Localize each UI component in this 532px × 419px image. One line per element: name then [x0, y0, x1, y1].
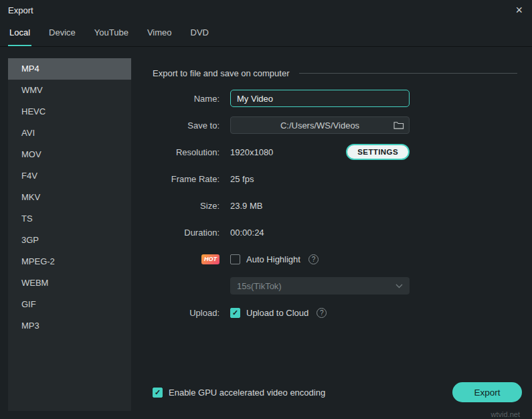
size-value: 23.9 MB	[230, 201, 262, 211]
format-sidebar: MP4 WMV HEVC AVI MOV F4V MKV TS 3GP MPEG…	[8, 58, 131, 411]
tab-vimeo[interactable]: Vimeo	[146, 20, 173, 46]
sidebar-item-hevc[interactable]: HEVC	[8, 101, 131, 122]
export-settings-panel: Export to file and save on computer Name…	[131, 58, 524, 411]
check-icon: ✓	[155, 389, 161, 396]
hot-badge: HOT	[201, 254, 219, 264]
auto-highlight-checkbox[interactable]	[230, 254, 240, 264]
window-title: Export	[8, 5, 33, 15]
titlebar: Export ×	[0, 0, 532, 20]
upload-row: Upload: ✓ Upload to Cloud ?	[153, 299, 524, 326]
duration-row: Duration: 00:00:24	[153, 219, 524, 246]
sidebar-item-mkv[interactable]: MKV	[8, 187, 131, 208]
section-header: Export to file and save on computer	[153, 66, 524, 80]
sidebar-item-gif[interactable]: GIF	[8, 294, 131, 315]
auto-highlight-label: Auto Highlight	[246, 254, 300, 264]
duration-value: 00:00:24	[230, 228, 264, 238]
section-title: Export to file and save on computer	[153, 68, 290, 78]
upload-label: Upload:	[153, 308, 219, 318]
upload-help-icon[interactable]: ?	[317, 308, 327, 318]
resolution-value: 1920x1080	[230, 147, 273, 157]
chevron-down-icon	[395, 284, 403, 288]
duration-label: Duration:	[153, 228, 219, 238]
auto-highlight-help-icon[interactable]: ?	[308, 254, 319, 264]
frame-rate-label: Frame Rate:	[153, 174, 219, 184]
highlight-preset-value: 15s(TikTok)	[237, 281, 282, 291]
sidebar-item-mov[interactable]: MOV	[8, 144, 131, 165]
sidebar-item-3gp[interactable]: 3GP	[8, 230, 131, 251]
hot-badge-cell: HOT	[153, 254, 219, 264]
resolution-row: Resolution: 1920x1080 SETTINGS	[153, 139, 524, 165]
tab-local[interactable]: Local	[8, 20, 31, 46]
size-label: Size:	[153, 201, 219, 211]
settings-button[interactable]: SETTINGS	[346, 144, 410, 160]
close-icon[interactable]: ×	[515, 4, 523, 16]
tab-device[interactable]: Device	[48, 20, 77, 46]
gpu-encoding-label: Enable GPU accelerated video encoding	[169, 388, 325, 398]
sidebar-item-webm[interactable]: WEBM	[8, 272, 131, 294]
sidebar-item-wmv[interactable]: WMV	[8, 80, 131, 101]
name-row: Name:	[153, 85, 524, 112]
frame-rate-value: 25 fps	[230, 174, 254, 184]
sidebar-item-mpeg2[interactable]: MPEG-2	[8, 251, 131, 272]
export-tabs: Local Device YouTube Vimeo DVD	[0, 20, 532, 47]
gpu-encoding-checkbox[interactable]: ✓	[153, 388, 163, 398]
folder-icon	[393, 121, 404, 130]
sidebar-item-avi[interactable]: AVI	[8, 122, 131, 144]
upload-to-cloud-label: Upload to Cloud	[246, 308, 308, 318]
upload-to-cloud-checkbox[interactable]: ✓	[230, 308, 240, 318]
export-form: Name: Save to: C:/Users/WS/Videos	[153, 85, 524, 326]
resolution-label: Resolution:	[153, 147, 219, 157]
watermark: wtvid.net	[491, 410, 520, 418]
sidebar-item-mp4[interactable]: MP4	[8, 58, 131, 80]
auto-highlight-row: HOT Auto Highlight ?	[153, 246, 524, 272]
highlight-preset-dropdown[interactable]: 15s(TikTok)	[230, 277, 410, 295]
browse-folder-button[interactable]	[393, 121, 404, 130]
size-row: Size: 23.9 MB	[153, 192, 524, 219]
check-icon: ✓	[232, 309, 238, 317]
save-path-value: C:/Users/WS/Videos	[280, 120, 359, 131]
save-to-label: Save to:	[153, 120, 219, 131]
name-label: Name:	[153, 94, 219, 104]
frame-rate-row: Frame Rate: 25 fps	[153, 165, 524, 192]
name-input[interactable]	[230, 90, 410, 107]
dialog-footer: ✓ Enable GPU accelerated video encoding …	[153, 382, 522, 402]
tab-dvd[interactable]: DVD	[189, 20, 210, 46]
sidebar-item-mp3[interactable]: MP3	[8, 315, 131, 337]
dialog-body: MP4 WMV HEVC AVI MOV F4V MKV TS 3GP MPEG…	[0, 48, 532, 419]
save-path-field[interactable]: C:/Users/WS/Videos	[230, 116, 410, 134]
tab-youtube[interactable]: YouTube	[93, 20, 130, 46]
sidebar-item-f4v[interactable]: F4V	[8, 165, 131, 187]
export-button[interactable]: Export	[452, 382, 522, 402]
gpu-encoding-option: ✓ Enable GPU accelerated video encoding	[153, 388, 325, 398]
save-to-row: Save to: C:/Users/WS/Videos	[153, 112, 524, 139]
sidebar-item-ts[interactable]: TS	[8, 208, 131, 230]
section-divider	[299, 73, 517, 74]
highlight-preset-row: 15s(TikTok)	[153, 272, 524, 299]
